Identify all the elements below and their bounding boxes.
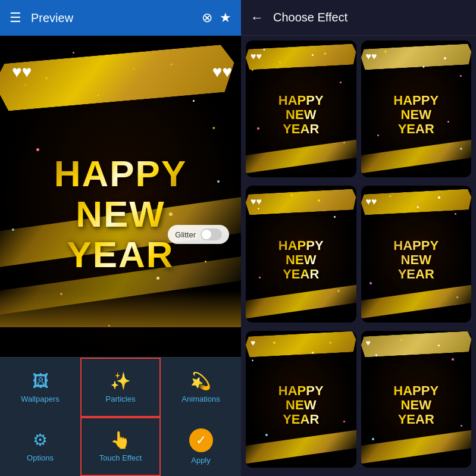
nav-animations[interactable]: 💫 Animations <box>161 358 241 417</box>
nav-wallpapers[interactable]: 🖼 Wallpapers <box>0 358 80 417</box>
preview-text: HAPPY NEW YEAR <box>54 154 187 275</box>
heart-decoration-left: ♥♥ <box>12 62 32 82</box>
apply-icon: ✓ <box>189 428 213 452</box>
effect-card-6[interactable]: ♥ ✦ ✦ HAPPY NEW YEAR <box>361 331 472 468</box>
effect-3-text: HAPPY NEW YEAR <box>278 239 324 282</box>
effect-6-text: HAPPY NEW YEAR <box>393 384 439 427</box>
effect-1-text: HAPPY NEW YEAR <box>278 93 324 137</box>
effect-card-3[interactable]: ♥♥ ✦ ✦ HAPPY NEW YEAR <box>246 186 356 322</box>
options-icon: ⚙ <box>33 430 48 450</box>
options-label: Options <box>27 453 54 462</box>
effect-card-1[interactable]: ♥♥ ✦ ✦ ✦ HAPPY NEW YEAR <box>246 40 356 177</box>
back-button[interactable]: ← <box>250 10 264 26</box>
preview-background: ✦ ✦ ✦ ✦ ♥♥ ♥♥ HAPPY NEW YEAR <box>0 36 241 357</box>
nav-touch-effect[interactable]: 👆 Touch Effect <box>80 417 161 477</box>
preview-area: ✦ ✦ ✦ ✦ ♥♥ ♥♥ HAPPY NEW YEAR <box>0 36 241 357</box>
glitter-toggle-container[interactable]: Glitter <box>168 225 229 244</box>
star-icon[interactable]: ★ <box>220 10 231 26</box>
touch-effect-icon: 👆 <box>110 430 131 450</box>
nav-options[interactable]: ⚙ Options <box>0 417 80 477</box>
glitter-base <box>0 292 241 327</box>
nav-apply[interactable]: ✓ Apply <box>161 417 241 477</box>
wallpapers-icon: 🖼 <box>32 371 49 391</box>
animations-icon: 💫 <box>190 371 211 391</box>
nav-particles[interactable]: ✨ Particles <box>80 358 161 417</box>
preview-title: Preview <box>31 11 192 25</box>
effect-card-4[interactable]: ♥♥ ✦ ✦ HAPPY NEW YEAR <box>361 186 472 322</box>
preview-text-line2: NEW <box>54 194 187 234</box>
animations-label: Animations <box>181 394 220 403</box>
share-icon[interactable]: ⊗ <box>202 10 212 26</box>
header-actions: ⊗ ★ <box>202 10 231 26</box>
particles-label: Particles <box>106 394 136 403</box>
effect-5-text: HAPPY NEW YEAR <box>278 384 324 427</box>
left-panel: ☰ Preview ⊗ ★ <box>0 0 241 476</box>
touch-effect-label: Touch Effect <box>99 453 142 462</box>
particles-icon: ✨ <box>110 371 131 391</box>
choose-effect-header: ← Choose Effect <box>241 0 476 36</box>
effect-card-2[interactable]: ♥♥ ✦ ✦ HAPPY NEW YEAR <box>361 40 472 177</box>
menu-icon[interactable]: ☰ <box>10 10 21 26</box>
glitter-label: Glitter <box>175 230 196 239</box>
bottom-navigation: 🖼 Wallpapers ✨ Particles 💫 Animations ⚙ … <box>0 357 241 476</box>
right-panel: ← Choose Effect ♥♥ ✦ ✦ ✦ HAPP <box>241 0 476 476</box>
wallpapers-label: Wallpapers <box>21 394 60 403</box>
preview-text-line1: HAPPY <box>54 154 187 194</box>
effect-4-text: HAPPY NEW YEAR <box>393 239 439 282</box>
preview-header: ☰ Preview ⊗ ★ <box>0 0 241 36</box>
effect-2-text: HAPPY NEW YEAR <box>393 93 439 137</box>
effect-card-5[interactable]: ♥ ✦ ✦ HAPPY NEW YEAR <box>246 331 356 468</box>
apply-label: Apply <box>191 456 211 465</box>
preview-text-line3: YEAR <box>54 234 187 275</box>
effects-grid: ♥♥ ✦ ✦ ✦ HAPPY NEW YEAR <box>241 36 476 476</box>
choose-effect-title: Choose Effect <box>273 11 347 24</box>
ribbon-decoration <box>0 43 237 112</box>
glitter-switch[interactable] <box>201 228 222 240</box>
heart-decoration-right: ♥♥ <box>212 62 232 82</box>
